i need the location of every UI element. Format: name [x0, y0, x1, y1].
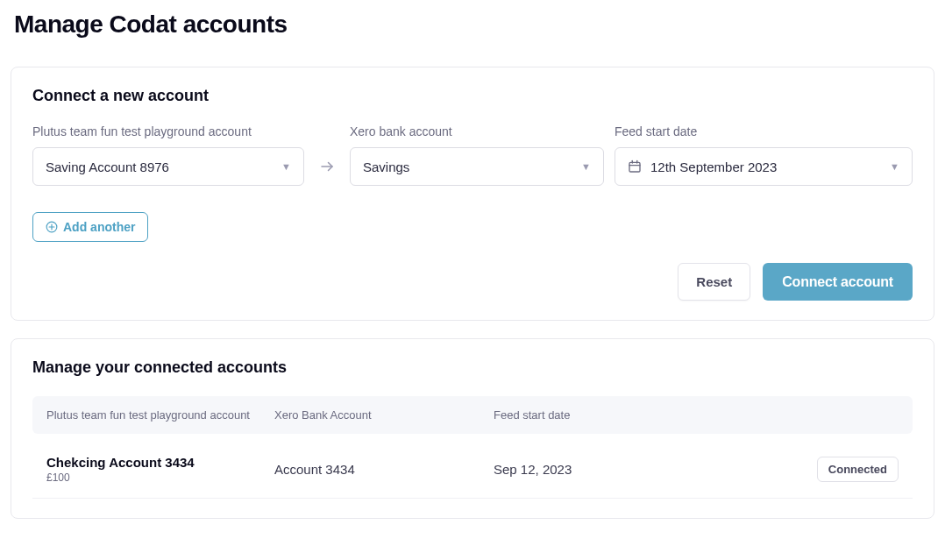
calendar-icon [628, 159, 642, 174]
chevron-down-icon: ▼ [281, 161, 291, 172]
feed-start-date-value: 12th September 2023 [650, 159, 883, 174]
connect-new-account-card: Connect a new account Plutus team fun te… [11, 67, 934, 321]
accounts-table-header: Plutus team fun test playground account … [32, 396, 913, 434]
svg-rect-1 [629, 162, 640, 172]
arrow-right-icon [315, 147, 339, 186]
add-another-button[interactable]: Add another [32, 212, 148, 242]
header-source-account: Plutus team fun test playground account [46, 408, 274, 422]
xero-account-select[interactable]: Savings ▼ [350, 147, 604, 186]
source-account-select[interactable]: Saving Account 8976 ▼ [32, 147, 304, 186]
connect-form-row: Plutus team fun test playground account … [32, 124, 913, 186]
xero-account-label: Xero bank account [350, 124, 604, 138]
row-feed-start-date: Sep 12, 2023 [494, 462, 793, 477]
source-account-field: Plutus team fun test playground account … [32, 124, 304, 186]
connect-actions: Reset Connect account [32, 263, 913, 301]
header-feed-start-date: Feed start date [494, 408, 793, 422]
header-xero-account: Xero Bank Account [274, 408, 494, 422]
chevron-down-icon: ▼ [890, 161, 899, 172]
plus-circle-icon [46, 221, 58, 233]
row-account-balance: £100 [46, 471, 264, 484]
connect-account-button[interactable]: Connect account [763, 263, 913, 301]
feed-start-date-label: Feed start date [615, 124, 913, 138]
xero-account-value: Savings [363, 159, 574, 174]
xero-account-field: Xero bank account Savings ▼ [350, 124, 604, 186]
manage-card-title: Manage your connected accounts [32, 358, 913, 377]
status-badge: Connected [817, 457, 899, 482]
source-account-value: Saving Account 8976 [46, 159, 274, 174]
feed-start-date-picker[interactable]: 12th September 2023 ▼ [615, 147, 913, 186]
manage-connected-accounts-card: Manage your connected accounts Plutus te… [11, 338, 934, 519]
chevron-down-icon: ▼ [581, 161, 591, 172]
reset-button[interactable]: Reset [678, 263, 750, 301]
add-another-label: Add another [63, 220, 135, 234]
row-account-name: Chekcing Account 3434 [46, 455, 264, 470]
row-xero-account: Account 3434 [274, 462, 494, 477]
feed-start-date-field: Feed start date 12th September 2023 ▼ [615, 124, 913, 186]
connect-card-title: Connect a new account [32, 87, 913, 105]
source-account-label: Plutus team fun test playground account [32, 124, 304, 138]
page-title: Manage Codat accounts [14, 11, 934, 39]
table-row: Chekcing Account 3434 £100 Account 3434 … [32, 441, 913, 499]
